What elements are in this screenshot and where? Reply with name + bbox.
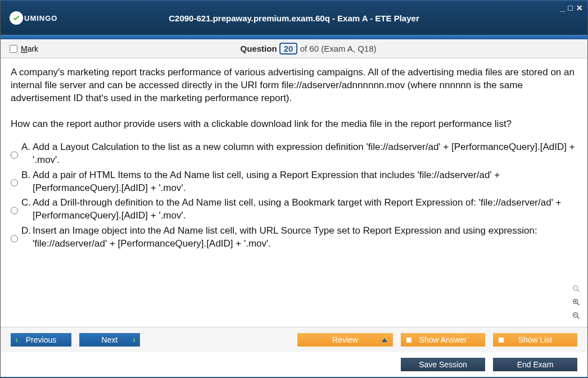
option-letter: A. [21, 141, 33, 167]
answer-option[interactable]: D.Insert an Image object into the Ad Nam… [11, 225, 577, 251]
previous-label: Previous [26, 335, 56, 344]
review-label: Review [332, 335, 358, 344]
svg-line-8 [577, 317, 579, 318]
answer-option[interactable]: B.Add a pair of HTML Items to the Ad Nam… [11, 169, 577, 195]
end-exam-button[interactable]: End Exam [493, 358, 577, 371]
svg-point-0 [573, 286, 578, 290]
answer-option[interactable]: C.Add a Drill-through definition to the … [11, 197, 577, 222]
footer-row-2: Save Session End Exam [1, 352, 587, 377]
triangle-up-icon [382, 338, 387, 342]
search-icon[interactable] [571, 283, 582, 294]
show-answer-label: Show Answer [419, 335, 467, 344]
chevron-left-icon: ‹ [15, 335, 18, 345]
footer: ‹ Previous Next › Review Show Answer Sho… [1, 327, 587, 377]
option-letter: D. [21, 225, 33, 251]
close-icon[interactable]: ✕ [576, 3, 583, 12]
end-exam-label: End Exam [517, 360, 554, 369]
minimize-icon[interactable]: _ [560, 3, 565, 12]
review-button[interactable]: Review [297, 333, 393, 347]
mark-checkbox[interactable] [10, 45, 17, 53]
logo-check-icon [10, 11, 23, 25]
zoom-in-icon[interactable] [571, 297, 582, 308]
question-number-current[interactable]: 20 [279, 43, 298, 54]
mark-control[interactable]: Mark [10, 44, 38, 53]
stop-icon [499, 338, 504, 343]
option-text: Add a Drill-through definition to the Ad… [33, 197, 577, 222]
show-list-button[interactable]: Show List [493, 333, 577, 347]
app-logo: UMINGO [10, 11, 57, 25]
option-radio[interactable] [11, 199, 18, 222]
question-p1: A company's marketing report tracks perf… [11, 66, 577, 105]
show-list-label: Show List [518, 335, 553, 344]
logo-text: UMINGO [24, 14, 57, 22]
question-of-text: of 60 (Exam A, Q18) [300, 44, 377, 53]
next-button[interactable]: Next › [79, 333, 140, 347]
svg-line-5 [577, 303, 579, 305]
maximize-icon[interactable]: □ [568, 3, 573, 12]
window-controls: _ □ ✕ [560, 3, 583, 12]
zoom-controls [571, 283, 582, 321]
option-letter: B. [21, 169, 33, 195]
window-title: C2090-621.prepaway.premium.exam.60q - Ex… [169, 13, 419, 23]
answer-options: A.Add a Layout Calculation to the list a… [11, 141, 577, 251]
show-answer-button[interactable]: Show Answer [401, 333, 485, 347]
next-label: Next [102, 335, 118, 344]
option-radio[interactable] [11, 143, 18, 167]
accent-bar [1, 35, 587, 39]
zoom-out-icon[interactable] [571, 310, 582, 321]
previous-button[interactable]: ‹ Previous [11, 333, 71, 347]
stop-icon [406, 338, 411, 343]
question-text: A company's marketing report tracks perf… [11, 66, 577, 131]
option-radio[interactable] [11, 171, 18, 195]
question-content: A company's marketing report tracks perf… [1, 58, 587, 327]
footer-row-1: ‹ Previous Next › Review Show Answer Sho… [1, 327, 587, 352]
option-radio[interactable] [11, 227, 18, 251]
save-session-button[interactable]: Save Session [401, 358, 485, 371]
svg-line-1 [577, 290, 579, 292]
title-bar: UMINGO C2090-621.prepaway.premium.exam.6… [1, 1, 587, 35]
option-text: Insert an Image object into the Ad Name … [33, 225, 577, 251]
option-letter: C. [21, 197, 33, 222]
question-p2: How can the report author provide users … [11, 118, 577, 131]
question-label: Question [241, 44, 277, 53]
mark-label[interactable]: Mark [21, 44, 38, 53]
question-counter: Question 20 of 60 (Exam A, Q18) [38, 43, 578, 54]
option-text: Add a Layout Calculation to the list as … [33, 141, 577, 167]
option-text: Add a pair of HTML Items to the Ad Name … [33, 169, 577, 195]
question-header: Mark Question 20 of 60 (Exam A, Q18) [1, 39, 587, 58]
answer-option[interactable]: A.Add a Layout Calculation to the list a… [11, 141, 577, 167]
chevron-right-icon: › [133, 335, 135, 345]
save-session-label: Save Session [419, 360, 467, 369]
